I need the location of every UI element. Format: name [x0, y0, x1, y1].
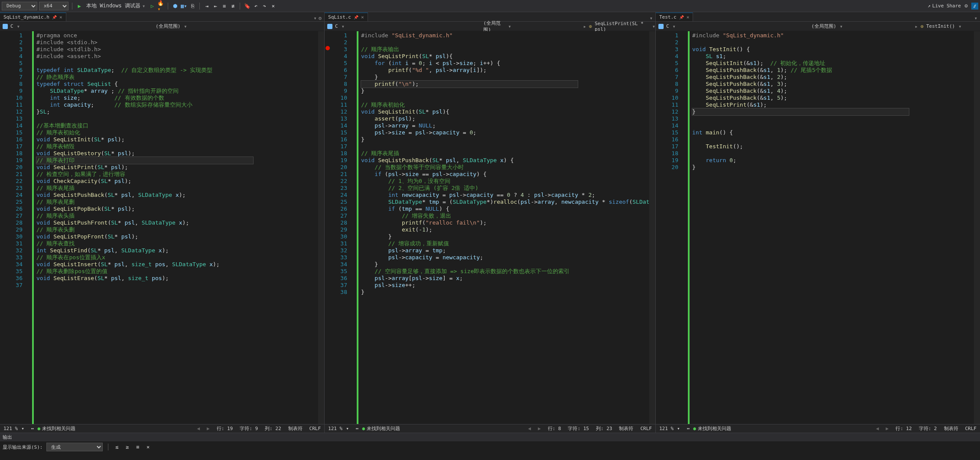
breadcrumb-scope[interactable]: (全局范围)	[483, 20, 505, 33]
code-line[interactable]: if (tmp == NULL) {	[361, 206, 654, 212]
code-line[interactable]: typedef int SLDataType; // 自定义数组的类型 -> 实…	[36, 67, 322, 74]
code-line[interactable]: #include <stdio.h>	[36, 39, 322, 46]
code-line[interactable]: void SeqListPopBack(SL* psl);	[36, 206, 322, 212]
code-line[interactable]: }SL;	[36, 108, 322, 115]
code-line[interactable]: return 0;	[692, 157, 978, 164]
feedback-icon[interactable]: ☺	[963, 3, 970, 10]
start-nodebug-icon[interactable]: ▷	[149, 3, 156, 10]
code-line[interactable]: psl->size = psl->capacity = 0;	[361, 129, 654, 136]
config-select[interactable]: Debug	[2, 2, 37, 10]
code-line[interactable]: int main() {	[692, 129, 978, 136]
code-line[interactable]	[361, 143, 654, 150]
code-line[interactable]: void SeqListPushBack(SL* psl, SLDataType…	[361, 157, 654, 164]
breakpoint-margin[interactable]	[656, 31, 662, 424]
output-wrap-icon[interactable]: ≡	[134, 444, 141, 450]
code-line[interactable]: SL s1;	[692, 53, 978, 60]
file-tab[interactable]: Test.c📌✕	[656, 13, 693, 21]
code-line[interactable]: void SeqListErase(SL* psl, size_t pos);	[36, 275, 322, 282]
code-line[interactable]: SeqListPushBack(&s1, 5);	[692, 95, 978, 101]
code-line[interactable]: // 顺序表初始化	[36, 129, 322, 136]
code-line[interactable]: void SeqListPopFront(SL* psl);	[36, 233, 322, 240]
code-line[interactable]: assert(psl);	[361, 115, 654, 122]
code-line[interactable]	[36, 60, 322, 67]
tool-icon-2[interactable]: ▦▾	[180, 3, 187, 10]
code-line[interactable]: // 顺序表尾删	[36, 199, 322, 206]
issues-status[interactable]: ●未找到相关问题	[37, 425, 75, 432]
issues-status[interactable]: ●未找到相关问题	[362, 425, 400, 432]
breadcrumb-scope[interactable]: (全局范围)	[811, 23, 836, 29]
code-line[interactable]: // 增容成功，重新赋值	[361, 240, 654, 247]
code-line[interactable]	[692, 39, 978, 46]
bookmark-icon[interactable]: 🔖	[244, 3, 251, 10]
code-line[interactable]: typedef struct SeqList {	[36, 81, 322, 88]
code-line[interactable]: // 当数据个数等于空间容量大小时	[361, 164, 654, 171]
code-line[interactable]: // 1、均为0，没有空间	[361, 178, 654, 185]
bookmark-clear-icon[interactable]: ⨯	[270, 3, 277, 10]
pin-icon[interactable]: 📌	[354, 15, 358, 20]
code-line[interactable]: #include "SqList_dynamic.h"	[361, 32, 654, 39]
code-line[interactable]: SLDataType* tmp = (SLDataType*)realloc(p…	[361, 199, 654, 206]
code-line[interactable]: printf("realloc fail\n");	[361, 219, 654, 226]
code-line[interactable]: #include "SqList_dynamic.h"	[692, 32, 978, 39]
code-line[interactable]: void SeqListPushFront(SL* psl, SLDataTyp…	[36, 219, 322, 226]
code-line[interactable]: // 顺序表尾插	[36, 185, 322, 192]
code-line[interactable]: psl->capacity = newcapacity;	[361, 254, 654, 261]
bookmark-next-icon[interactable]: ↷	[261, 3, 268, 10]
uncomment-icon[interactable]: ≢	[229, 3, 236, 10]
issues-status[interactable]: ●未找到相关问题	[693, 425, 731, 432]
code-editor[interactable]: 1234567891011121314151617181920212223242…	[0, 31, 324, 424]
code-editor[interactable]: 1234567891011121314151617181920#include …	[656, 31, 980, 424]
pin-icon[interactable]: 📌	[52, 15, 57, 20]
code-line[interactable]	[692, 115, 978, 122]
output-prev-icon[interactable]: ≤	[114, 444, 120, 450]
code-line[interactable]: // 顺序表头删	[36, 226, 322, 233]
code-line[interactable]	[692, 136, 978, 143]
code-line[interactable]: SeqListPushBack(&s1, 2);	[692, 74, 978, 81]
tool-icon-3[interactable]: ⎘	[189, 3, 196, 10]
code-line[interactable]: void SeqListPrint(SL* psl){	[361, 53, 654, 60]
nav-fwd-icon[interactable]: ▶	[886, 426, 889, 431]
scroll-map[interactable]	[649, 31, 655, 424]
code-line[interactable]: psl->array = NULL;	[361, 122, 654, 129]
code-line[interactable]: exit(-1);	[361, 226, 654, 233]
nav-back-icon[interactable]: ◀	[528, 426, 531, 431]
breadcrumb-lang[interactable]: C	[666, 23, 669, 29]
zoom-level[interactable]: 121 %	[659, 426, 674, 431]
code-line[interactable]: int capacity; // 数组实际存储容量空间大小	[36, 101, 322, 108]
code-line[interactable]: }	[361, 74, 654, 81]
code-line[interactable]	[36, 282, 322, 289]
code-line[interactable]: }	[361, 261, 654, 268]
output-source-select[interactable]: 生成	[46, 443, 103, 451]
code-line[interactable]: }	[692, 164, 978, 171]
nav-fwd-icon[interactable]: ▶	[538, 426, 541, 431]
code-line[interactable]: psl->size++;	[361, 282, 654, 289]
code-line[interactable]: // 顺序表头插	[36, 212, 322, 219]
code-line[interactable]: void SeqListPushBack(SL* psl, SLDataType…	[36, 192, 322, 199]
code-line[interactable]: printf("\n");	[361, 81, 654, 88]
tab-dropdown-icon[interactable]: ▾	[974, 15, 977, 21]
code-line[interactable]: void SeqListInsert(SL* psl, size_t pos, …	[36, 261, 322, 268]
nav-back-icon[interactable]: ◀	[876, 426, 879, 431]
code-line[interactable]: #include <stdlib.h>	[36, 46, 322, 53]
breadcrumb-func[interactable]: TestInit()	[926, 23, 955, 29]
collapse-icon[interactable]: ⫽	[971, 3, 978, 10]
indent-icon[interactable]: ⇥	[203, 3, 210, 10]
code-line[interactable]: // 顺序表输出	[361, 46, 654, 53]
code-line[interactable]	[361, 39, 654, 46]
code-line[interactable]: SeqListPushBack(&s1, 4);	[692, 88, 978, 95]
code-line[interactable]: SLDataType* array ; // 指针指向开辟的空间	[36, 88, 322, 95]
bookmark-prev-icon[interactable]: ↶	[252, 3, 259, 10]
code-line[interactable]: int SeqListFind(SL* psl, SLDataType x);	[36, 247, 322, 254]
platform-select[interactable]: x64	[39, 2, 68, 10]
output-clear-icon[interactable]: ✕	[145, 444, 152, 450]
code-line[interactable]: void SeqListInit(SL* psl){	[361, 108, 654, 115]
fire-icon[interactable]: 🔥▾	[157, 3, 164, 10]
code-line[interactable]: TestInit();	[692, 143, 978, 150]
code-line[interactable]: // 2、空间已满 (扩容 2倍 适中)	[361, 185, 654, 192]
breadcrumb-scope[interactable]: (全局范围)	[156, 23, 180, 29]
code-line[interactable]: SeqListPushBack(&s1, 1); // 尾插5个数据	[692, 67, 978, 74]
code-line[interactable]: void SeqListPrint(SL* psl);	[36, 164, 322, 171]
code-line[interactable]: // 顺序表销毁	[36, 143, 322, 150]
breakpoint-margin[interactable]	[325, 31, 331, 424]
code-line[interactable]: // 增容失败，退出	[361, 212, 654, 219]
